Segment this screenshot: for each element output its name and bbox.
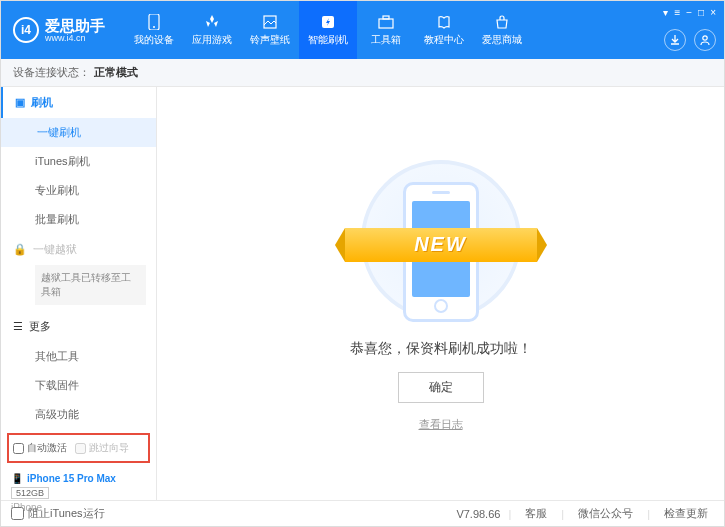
menu-icon[interactable]: ▾ xyxy=(663,7,668,18)
sidebar-item-onekey[interactable]: 一键刷机 xyxy=(0,118,156,147)
sidebar-jailbreak-head[interactable]: 🔒 一键越狱 xyxy=(1,234,156,265)
minimize-icon[interactable]: − xyxy=(686,7,692,18)
skip-guide-checkbox[interactable]: 跳过向导 xyxy=(75,441,129,455)
maximize-icon[interactable]: □ xyxy=(698,7,704,18)
ok-button[interactable]: 确定 xyxy=(398,372,484,403)
app-header: i4 爱思助手 www.i4.cn 我的设备 应用游戏 铃声壁纸 智能刷机 工具… xyxy=(1,1,724,59)
lock-icon: 🔒 xyxy=(13,243,27,256)
footer: 阻止iTunes运行 V7.98.66 | 客服 | 微信公众号 | 检查更新 xyxy=(1,500,724,526)
new-ribbon: NEW xyxy=(345,228,537,262)
nav-apps[interactable]: 应用游戏 xyxy=(183,1,241,59)
sidebar-item-other-tools[interactable]: 其他工具 xyxy=(1,342,156,371)
view-log-link[interactable]: 查看日志 xyxy=(419,417,463,432)
nav-ringtones[interactable]: 铃声壁纸 xyxy=(241,1,299,59)
options-highlight: 自动激活 跳过向导 xyxy=(7,433,150,463)
download-button[interactable] xyxy=(664,29,686,51)
app-url: www.i4.cn xyxy=(45,33,105,43)
status-label: 设备连接状态： xyxy=(13,65,90,80)
logo: i4 爱思助手 www.i4.cn xyxy=(1,17,117,43)
sidebar-item-download-fw[interactable]: 下载固件 xyxy=(1,371,156,400)
main-nav: 我的设备 应用游戏 铃声壁纸 智能刷机 工具箱 教程中心 爱思商城 xyxy=(125,1,531,59)
apps-icon xyxy=(204,14,220,30)
user-button[interactable] xyxy=(694,29,716,51)
sidebar: ▣ 刷机 一键刷机 iTunes刷机 专业刷机 批量刷机 🔒 一键越狱 越狱工具… xyxy=(1,87,157,500)
svg-rect-2 xyxy=(264,16,276,28)
nav-toolbox[interactable]: 工具箱 xyxy=(357,1,415,59)
device-storage: 512GB xyxy=(11,487,49,499)
phone-icon xyxy=(146,14,162,30)
nav-store[interactable]: 爱思商城 xyxy=(473,1,531,59)
sidebar-item-pro[interactable]: 专业刷机 xyxy=(1,176,156,205)
footer-support[interactable]: 客服 xyxy=(519,506,553,521)
close-icon[interactable]: × xyxy=(710,7,716,18)
logo-icon: i4 xyxy=(13,17,39,43)
app-name: 爱思助手 xyxy=(45,18,105,33)
status-bar: 设备连接状态： 正常模式 xyxy=(1,59,724,87)
block-itunes-checkbox[interactable]: 阻止iTunes运行 xyxy=(11,506,105,521)
status-mode: 正常模式 xyxy=(94,65,138,80)
toolbox-icon xyxy=(378,14,394,30)
success-message: 恭喜您，保资料刷机成功啦！ xyxy=(350,340,532,358)
sidebar-item-batch[interactable]: 批量刷机 xyxy=(1,205,156,234)
version-label: V7.98.66 xyxy=(456,508,500,520)
window-controls: ▾ ≡ − □ × xyxy=(663,7,716,18)
nav-my-device[interactable]: 我的设备 xyxy=(125,1,183,59)
device-phone-icon: 📱 xyxy=(11,473,23,484)
svg-point-1 xyxy=(153,26,155,28)
sidebar-item-advanced[interactable]: 高级功能 xyxy=(1,400,156,429)
jailbreak-note: 越狱工具已转移至工具箱 xyxy=(35,265,146,305)
auto-activate-checkbox[interactable]: 自动激活 xyxy=(13,441,67,455)
sidebar-more-head[interactable]: ☰ 更多 xyxy=(1,311,156,342)
main-content: NEW 恭喜您，保资料刷机成功啦！ 确定 查看日志 xyxy=(157,87,724,500)
store-icon xyxy=(494,14,510,30)
sidebar-item-itunes[interactable]: iTunes刷机 xyxy=(1,147,156,176)
list-icon: ☰ xyxy=(13,320,23,333)
svg-rect-4 xyxy=(379,19,393,28)
book-icon xyxy=(436,14,452,30)
skin-icon[interactable]: ≡ xyxy=(674,7,680,18)
flash-icon xyxy=(320,14,336,30)
nav-smart-flash[interactable]: 智能刷机 xyxy=(299,1,357,59)
footer-wechat[interactable]: 微信公众号 xyxy=(572,506,639,521)
svg-point-6 xyxy=(703,36,707,40)
success-illustration: NEW xyxy=(351,156,531,326)
wallpaper-icon xyxy=(262,14,278,30)
flash-small-icon: ▣ xyxy=(15,96,25,109)
nav-tutorials[interactable]: 教程中心 xyxy=(415,1,473,59)
device-name[interactable]: 📱 iPhone 15 Pro Max xyxy=(11,473,146,484)
sidebar-flash-head[interactable]: ▣ 刷机 xyxy=(1,87,156,118)
footer-check-update[interactable]: 检查更新 xyxy=(658,506,714,521)
svg-rect-5 xyxy=(383,16,389,19)
